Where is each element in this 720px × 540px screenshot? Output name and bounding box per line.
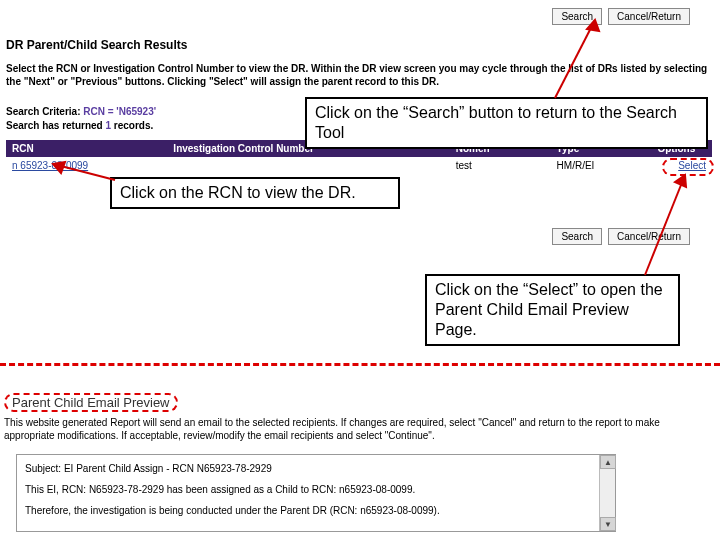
returned-count: Search has returned 1 records. <box>6 120 153 131</box>
section-divider <box>0 363 720 366</box>
arrow-to-search-button <box>495 15 615 100</box>
svg-marker-3 <box>53 162 65 173</box>
callout-select: Click on the “Select” to open the Parent… <box>425 274 680 346</box>
criteria-label: Search Criteria: <box>6 106 80 117</box>
search-button-2[interactable]: Search <box>552 228 602 245</box>
col-rcn: RCN <box>6 140 167 157</box>
cell-type: HM/R/EI <box>551 157 652 174</box>
returned-suffix: records. <box>114 120 153 131</box>
page-title: DR Parent/Child Search Results <box>6 38 187 52</box>
svg-line-4 <box>645 175 685 275</box>
email-body-line2: Therefore, the investigation is being co… <box>25 503 607 518</box>
svg-marker-5 <box>675 175 686 187</box>
cell-nomen: test <box>450 157 551 174</box>
preview-title: Parent Child Email Preview <box>4 393 178 412</box>
callout-search: Click on the “Search” button to return t… <box>305 97 708 149</box>
returned-number: 1 <box>106 120 112 131</box>
preview-description: This website generated Report will send … <box>4 416 708 442</box>
svg-marker-1 <box>587 20 599 31</box>
email-subject-label: Subject: <box>25 463 61 474</box>
scroll-thumb[interactable] <box>600 469 615 517</box>
cell-icn <box>167 157 449 174</box>
scroll-down-icon[interactable]: ▼ <box>600 517 616 531</box>
arrow-to-rcn <box>45 160 125 185</box>
search-criteria: Search Criteria: RCN = 'N65923' <box>6 106 156 117</box>
cancel-return-button[interactable]: Cancel/Return <box>608 8 690 25</box>
arrow-to-select <box>640 170 700 280</box>
criteria-value: RCN = 'N65923' <box>83 106 156 117</box>
svg-line-0 <box>555 20 595 98</box>
scroll-up-icon[interactable]: ▲ <box>600 455 616 469</box>
email-body-line1: This EI, RCN: N65923-78-2929 has been as… <box>25 482 607 497</box>
email-scrollbar[interactable]: ▲ ▼ <box>599 455 615 531</box>
email-preview-box: Subject: EI Parent Child Assign - RCN N6… <box>16 454 616 532</box>
callout-rcn: Click on the RCN to view the DR. <box>110 177 400 209</box>
email-subject-value: EI Parent Child Assign - RCN N65923-78-2… <box>64 463 272 474</box>
returned-prefix: Search has returned <box>6 120 103 131</box>
